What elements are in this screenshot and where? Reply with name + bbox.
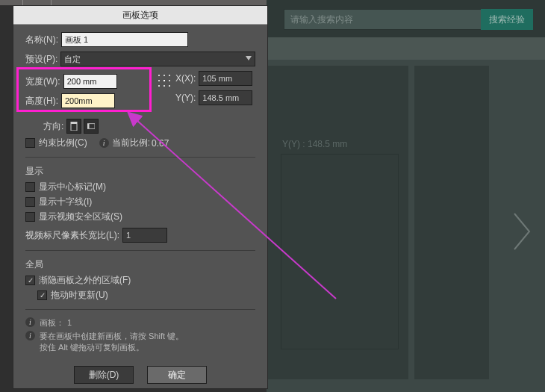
show-center-row: 显示中心标记(M) — [25, 181, 255, 193]
show-safe-row: 显示视频安全区域(S) — [25, 211, 255, 223]
ratio-label: 当前比例: — [112, 137, 150, 149]
update-drag-label: 拖动时更新(U) — [51, 289, 108, 302]
x-label: X(X): — [175, 73, 196, 84]
video-ratio-field[interactable]: 1 — [122, 228, 167, 243]
next-chevron-icon[interactable] — [510, 209, 535, 254]
info-count-row: i 画板： 1 — [25, 317, 255, 329]
show-cross-row: 显示十字线(I) — [25, 196, 255, 208]
orientation-landscape-button[interactable] — [84, 119, 99, 134]
ok-button[interactable]: 确定 — [147, 366, 207, 384]
height-field[interactable]: 200mm — [61, 93, 115, 108]
display-section-title: 显示 — [25, 165, 255, 178]
orientation-label: 方向: — [43, 120, 63, 133]
info-icon: i — [99, 138, 109, 148]
constrain-checkbox[interactable] — [25, 138, 35, 148]
info-hint-line1: 要在画板中创建新画板，请按 Shift 键。 — [40, 332, 184, 340]
constrain-label: 约束比例(C) — [39, 137, 87, 149]
fade-outside-checkbox[interactable] — [25, 276, 35, 285]
global-section-title: 全局 — [25, 258, 255, 271]
width-label: 宽度(W): — [25, 75, 60, 88]
dialog-button-bar: 删除(D) 确定 — [13, 366, 267, 384]
ratio-value: 0.67 — [152, 138, 169, 149]
info-hint-line2: 按住 Alt 键拖动可复制画板。 — [40, 343, 144, 352]
info-icon: i — [25, 331, 35, 340]
width-field[interactable]: 200 mm — [63, 74, 117, 89]
preset-value: 自定 — [64, 55, 81, 63]
update-drag-row: 拖动时更新(U) — [25, 289, 255, 302]
video-ratio-label: 视频标尺像素长宽比(L): — [25, 229, 119, 242]
orientation-row: 方向: — [25, 119, 255, 134]
show-safe-checkbox[interactable] — [25, 212, 35, 222]
background-panel-right — [414, 66, 489, 379]
svg-rect-12 — [87, 124, 90, 129]
name-field[interactable]: 画板 1 — [61, 32, 188, 47]
info-icon: i — [25, 317, 35, 327]
y-row: Y(Y): 148.5 mm — [175, 90, 252, 105]
search-input[interactable]: 请输入搜索内容 — [284, 9, 484, 30]
name-label: 名称(N): — [25, 34, 58, 46]
constrain-row: 约束比例(C) i 当前比例: 0.67 — [25, 137, 255, 149]
name-row: 名称(N): 画板 1 — [25, 32, 255, 47]
update-drag-checkbox[interactable] — [37, 290, 47, 300]
preset-select[interactable]: 自定 — [60, 52, 255, 66]
x-field[interactable]: 105 mm — [199, 71, 252, 86]
separator — [25, 309, 255, 310]
separator — [25, 250, 255, 251]
fade-outside-row: 渐隐画板之外的区域(F) — [25, 274, 255, 287]
background-strip — [267, 37, 545, 60]
ghost-y-readout: Y(Y) : 148.5 mm — [282, 139, 347, 149]
height-label: 高度(H): — [25, 95, 58, 108]
ghost-artboard-rect — [281, 154, 399, 349]
search-button[interactable]: 搜索经验 — [481, 9, 533, 30]
show-center-checkbox[interactable] — [25, 182, 35, 192]
show-cross-checkbox[interactable] — [25, 197, 35, 207]
show-safe-label: 显示视频安全区域(S) — [39, 211, 122, 223]
y-field[interactable]: 148.5 mm — [199, 90, 252, 105]
x-row: X(X): 105 mm — [175, 71, 252, 86]
fade-outside-label: 渐隐画板之外的区域(F) — [39, 274, 131, 287]
svg-rect-10 — [71, 122, 77, 124]
preset-row: 预设(P): 自定 — [25, 52, 255, 66]
top-ruler — [0, 0, 267, 5]
artboard-options-dialog: 画板选项 名称(N): 画板 1 预设(P): 自定 宽度(W): 200 mm… — [13, 5, 268, 389]
info-count-label: 画板： — [40, 317, 64, 329]
preset-label: 预设(P): — [25, 53, 57, 66]
orientation-portrait-button[interactable] — [66, 119, 81, 134]
dialog-title: 画板选项 — [13, 6, 267, 25]
info-hint-row: i 要在画板中创建新画板，请按 Shift 键。 按住 Alt 键拖动可复制画板… — [25, 331, 255, 353]
delete-button[interactable]: 删除(D) — [74, 366, 134, 384]
y-label: Y(Y): — [175, 93, 196, 103]
info-count-value: 1 — [67, 317, 72, 329]
video-ratio-row: 视频标尺像素长宽比(L): 1 — [25, 228, 255, 243]
chevron-down-icon — [246, 56, 252, 60]
show-center-label: 显示中心标记(M) — [39, 181, 106, 193]
show-cross-label: 显示十字线(I) — [39, 196, 92, 208]
separator — [25, 157, 255, 158]
